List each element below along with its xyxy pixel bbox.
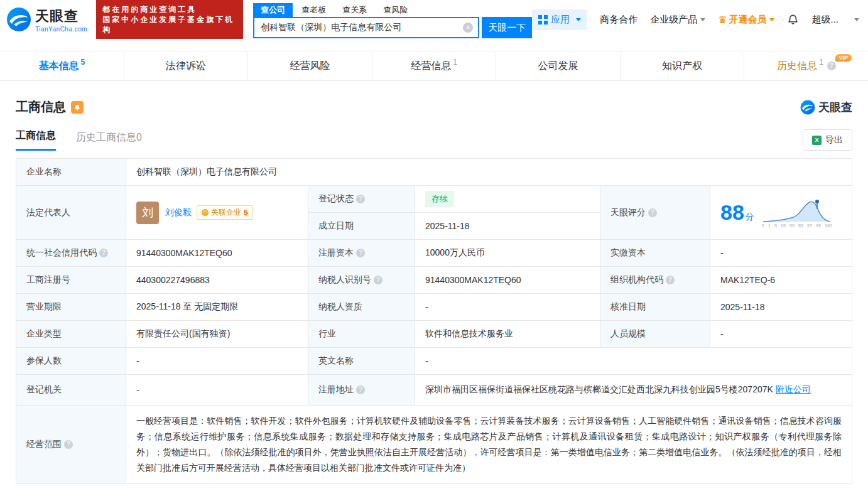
status-badge: 存续 [425,191,454,207]
table-row: 企业类型 有限责任公司(国有独资) 行业 软件和信息技术服务业 人员规模 - [16,321,852,348]
axis-tick: 97 [807,224,812,228]
search-button[interactable]: 天眼一下 [482,17,532,38]
search-tab-boss[interactable]: 查老板 [294,3,334,17]
field-label: 注册地址 ? [308,375,415,405]
label-text: 组织机构代码 [610,274,663,286]
staff-size-value: - [710,321,852,347]
value-text: - [720,248,724,258]
reg-number-value: 440300227496883 [126,267,308,293]
top-nav: 应用 商务合作 企业级产品 ♛ 开通会员 超级... [532,0,859,39]
section-title: 工商信息 [16,99,66,116]
help-icon: ? [374,276,382,284]
label-text: 注册资本 [318,247,354,259]
notification-bell-icon[interactable] [787,14,799,26]
field-label: 统一社会信用代码 ? [16,240,126,266]
export-label: 导出 [825,134,843,146]
legal-rep-cell: 刘 刘俊毅 关联企业 5 [126,186,308,239]
value-text: 10000万人民币 [425,247,485,259]
label-text: 天眼评分 [610,207,646,218]
caret-down-icon[interactable] [854,18,859,21]
search-tab-company[interactable]: 查公司 [253,3,293,17]
search-tab-relation[interactable]: 查关系 [335,3,374,17]
table-row: 营业期限 2025-11-18 至 无固定期限 纳税人资质 - 核准日期 202… [16,294,852,321]
tab-legal-litigation[interactable]: 法律诉讼 [124,51,249,80]
nearby-companies-link[interactable]: 附近公司 [776,384,811,394]
table-row: 企业名称 创科智联（深圳）电子信息有限公司 [16,159,852,186]
business-term-value: 2025-11-18 至 无固定期限 [126,294,308,320]
value-text: - [136,385,139,395]
legal-rep-avatar[interactable]: 刘 [136,202,159,224]
related-badge-icon [202,209,209,216]
field-label: 天眼评分 ? [600,186,710,239]
english-name-value: - [415,348,852,374]
field-label: 工商注册号 [16,267,126,293]
score-cell[interactable]: 88分 0 1 3 15 50 85 97 99 [710,186,852,239]
search-input-wrapper: × [253,17,479,38]
axis-tick: 85 [798,224,803,228]
label-text: 注册地址 [318,384,354,396]
score-chart: 0 1 3 15 50 85 97 99 100 [762,198,832,228]
value-text: 440300227496883 [136,275,210,285]
label-text: 经营范围 [26,439,62,450]
company-nav-tabs: 基本信息 5 法律诉讼 经营风险 经营信息 1 公司发展 知识产权 历史信息 1… [0,51,868,81]
subtab-history-business-info[interactable]: 历史工商信息0 [76,131,142,151]
apps-menu[interactable]: 应用 [532,9,587,30]
tianyancha-logo-icon [6,7,31,32]
field-label: 注册资本 ? [308,240,415,266]
value-text: - [425,302,428,312]
value-text: 91440300MAK12TEQ60 [425,275,521,285]
subtab-business-info[interactable]: 工商信息 [16,129,56,151]
tab-count: 1 [453,58,457,67]
tab-history-info[interactable]: 历史信息 1 VIP ? [744,51,868,80]
tab-basic-info[interactable]: 基本信息 5 [0,51,124,80]
nav-open-vip[interactable]: ♛ 开通会员 [718,14,774,26]
nav-enterprise[interactable]: 企业级产品 [650,14,705,26]
caret-down-icon [700,18,705,21]
value-text: 软件和信息技术服务业 [425,328,513,340]
value-text: 创科智联（深圳）电子信息有限公司 [136,166,277,178]
export-button[interactable]: X 导出 [803,129,852,151]
search-row: × 天眼一下 [253,17,532,38]
related-company-badge[interactable]: 关联企业 5 [197,205,253,220]
tab-company-development[interactable]: 公司发展 [496,51,621,80]
subtab-label: 历史工商信息 [76,132,136,143]
score-curve [762,198,832,223]
watermark-logo: 天眼查 [800,100,852,115]
nav-cooperation[interactable]: 商务合作 [600,14,637,26]
field-label: 行业 [308,321,415,347]
subscribe-bell-icon[interactable] [71,101,84,114]
label-text: 实缴资本 [610,247,646,259]
axis-tick: 15 [781,224,786,228]
nav-vip-label: 开通会员 [729,14,766,26]
nav-super[interactable]: 超级... [811,14,838,26]
label-text: 营业期限 [26,301,62,313]
tianyancha-logo[interactable]: 天眼查 TianYanCha.com [6,0,87,39]
tab-intellectual-property[interactable]: 知识产权 [621,51,745,80]
tab-operation-risk[interactable]: 经营风险 [248,51,372,80]
reg-address-value: 深圳市福田区福保街道福保社区桃花路与槟榔道交汇处西北深九科技创业园5号楼2072… [415,375,852,405]
search-tab-risk[interactable]: 查风险 [376,3,415,17]
credit-code-value: 91440300MAK12TEQ60 [126,240,308,266]
legal-rep-link[interactable]: 刘俊毅 [165,207,192,218]
establish-date-value: 2025-11-18 [415,213,600,239]
value-text: MAK12TEQ-6 [720,275,775,285]
reg-status-value: 存续 [415,186,600,212]
field-label: 企业名称 [16,159,126,185]
value-text: 2025-11-18 [425,221,470,231]
field-label: 英文名称 [308,348,415,374]
help-icon: ? [648,208,657,217]
field-label: 企业类型 [16,321,126,347]
brand-name: 天眼查 [35,7,87,26]
caret-down-icon [769,18,774,21]
score-value: 88 [720,200,744,224]
search-input[interactable] [254,23,463,33]
related-label: 关联企业 [211,207,241,218]
tab-operation-info[interactable]: 经营信息 1 [372,51,497,80]
label-text: 登记机关 [26,384,62,396]
table-row: 经营范围 ? 一般经营项目是：软件销售；软件开发；软件外包服务；计算机软硬件及辅… [16,406,852,483]
table-row: 统一社会信用代码 ? 91440300MAK12TEQ60 注册资本 ? 100… [16,240,852,267]
field-label: 法定代表人 [16,186,126,239]
subtab-count: 0 [136,132,142,143]
clear-search-icon[interactable]: × [463,23,473,33]
help-icon: ? [356,249,365,257]
